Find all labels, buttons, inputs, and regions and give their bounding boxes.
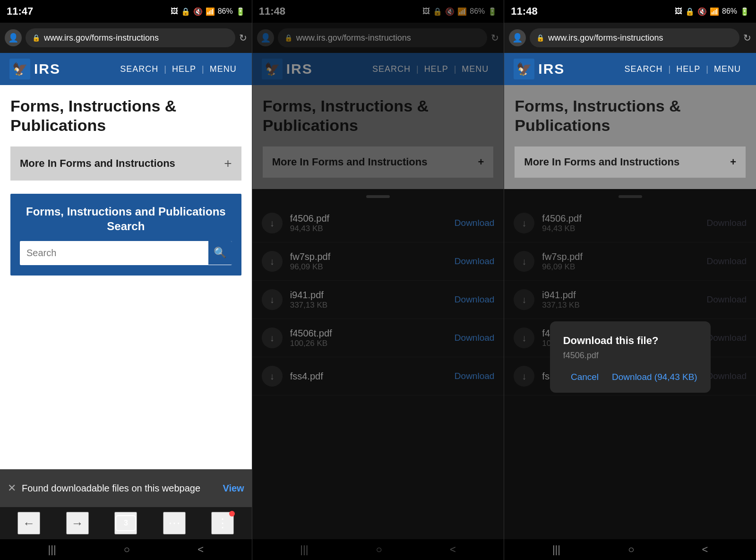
url-bar-2: 👤 🔒 www.irs.gov/forms-instructions ↻	[252, 23, 504, 53]
battery-icon-2: 🔋	[488, 7, 497, 16]
page-content-1: Forms, Instructions & Publications More …	[0, 85, 252, 469]
url-bar-1: 👤 🔒 www.irs.gov/forms-instructions ↻	[0, 23, 252, 53]
status-bar-2: 11:48 🖼 🔒 🔇 📶 86% 🔋	[252, 0, 504, 23]
reload-icon-2[interactable]: ↻	[491, 32, 499, 43]
download-btn-fw7sp[interactable]: Download	[455, 256, 495, 267]
search-button-1[interactable]: 🔍	[208, 241, 232, 265]
nav-menu-3[interactable]: MENU	[708, 64, 747, 74]
nav-search-3[interactable]: SEARCH	[619, 64, 669, 74]
panel-more-label-2: More In Forms and Instructions	[272, 156, 428, 168]
photo-icon: 🖼	[171, 7, 178, 16]
browser-nav-1: ← → 3 ⋯ ⋮	[0, 507, 252, 539]
overflow-menu-btn-1[interactable]: ⋯	[163, 512, 186, 534]
download-info-i941: i941.pdf 337,13 KB	[290, 290, 447, 310]
download-item-fw7sp: ↓ fw7sp.pdf 96,09 KB Download	[252, 242, 504, 281]
dialog-overlay-3: Download this file? f4506.pdf Cancel Dow…	[504, 189, 756, 539]
share-button-1[interactable]: ⋮	[211, 512, 234, 534]
handle-pill-2	[366, 195, 390, 198]
tab-switcher-1[interactable]: 3	[114, 512, 137, 534]
search-box-title-1: Forms, Instructions and Publications Sea…	[20, 204, 232, 233]
irs-header-3: 🦅 IRS SEARCH | HELP | MENU	[504, 53, 756, 85]
download-info-fw7sp: fw7sp.pdf 96,09 KB	[290, 251, 447, 272]
dialog-cancel-btn-3[interactable]: Cancel	[571, 372, 599, 382]
download-filename-fw7sp: fw7sp.pdf	[290, 251, 447, 262]
url-lock-icon-1: 🔒	[32, 34, 40, 42]
forward-button-1[interactable]: →	[66, 512, 89, 534]
more-in-forms-btn-1[interactable]: More In Forms and Instructions +	[10, 146, 241, 181]
gesture-bar-2: ||| ○ <	[252, 539, 504, 560]
download-btn-f4506t[interactable]: Download	[455, 333, 495, 343]
irs-logo-1[interactable]: 🦅 IRS	[9, 59, 60, 79]
download-info-f4506t: f4506t.pdf 100,26 KB	[290, 328, 447, 348]
gesture-bar-1: ||| ○ <	[0, 539, 252, 560]
nav-search-2[interactable]: SEARCH	[367, 64, 416, 74]
download-arrow-icon-f4506t: ↓	[262, 327, 283, 348]
download-size-f4506: 94,43 KB	[290, 224, 447, 233]
tabs-count-1: 3	[115, 515, 136, 531]
panel-more-btn-3[interactable]: More In Forms and Instructions +	[515, 146, 746, 178]
download-btn-fss4[interactable]: Download	[455, 371, 495, 381]
battery-icon: 🔋	[236, 7, 245, 16]
download-filename-f4506: f4506.pdf	[290, 213, 447, 224]
irs-logo-text-3: IRS	[538, 61, 565, 77]
notif-view-btn-1[interactable]: View	[223, 483, 244, 494]
plus-icon-1: +	[224, 156, 232, 171]
mute-icon-2: 🔇	[445, 7, 455, 16]
download-btn-i941[interactable]: Download	[455, 294, 495, 305]
gesture-home-icon-3: ○	[628, 543, 634, 556]
lock-icon-2: 🔒	[433, 7, 442, 16]
notif-close-icon-1[interactable]: ✕	[8, 482, 16, 494]
search-input-1[interactable]	[20, 241, 208, 265]
url-input-3[interactable]: 🔒 www.irs.gov/forms-instructions	[530, 28, 739, 47]
panel-2: 11:48 🖼 🔒 🔇 📶 86% 🔋 👤 🔒 www.irs.gov/form…	[252, 0, 505, 560]
photo-icon-3: 🖼	[675, 7, 682, 16]
share-dot-1	[229, 511, 235, 517]
url-input-1[interactable]: 🔒 www.irs.gov/forms-instructions	[26, 28, 235, 47]
nav-help-1[interactable]: HELP	[166, 64, 202, 74]
download-arrow-icon-fss4: ↓	[262, 366, 283, 387]
eagle-icon-3: 🦅	[514, 59, 534, 79]
nav-menu-2[interactable]: MENU	[456, 64, 494, 74]
eagle-icon-1: 🦅	[9, 59, 30, 79]
status-time-2: 11:48	[259, 5, 285, 17]
download-filename-f4506t: f4506t.pdf	[290, 328, 447, 339]
nav-help-3[interactable]: HELP	[670, 64, 706, 74]
search-input-row-1: 🔍	[20, 241, 232, 265]
notif-text-1: Found downloadable files on this webpage	[22, 482, 217, 494]
download-item-i941: ↓ i941.pdf 337,13 KB Download	[252, 281, 504, 319]
status-bar-3: 11:48 🖼 🔒 🔇 📶 86% 🔋	[504, 0, 756, 23]
url-input-2[interactable]: 🔒 www.irs.gov/forms-instructions	[278, 28, 488, 47]
panel-more-btn-2[interactable]: More In Forms and Instructions +	[263, 146, 494, 178]
download-sheet-2: ↓ f4506.pdf 94,43 KB Download ↓ fw7sp.pd…	[252, 189, 504, 539]
page-title-1: Forms, Instructions & Publications	[10, 96, 241, 135]
url-text-3: www.irs.gov/forms-instructions	[548, 33, 733, 43]
wifi-icon-2: 📶	[457, 7, 467, 16]
download-arrow-icon-f4506: ↓	[262, 213, 283, 233]
gesture-home-icon-2: ○	[376, 543, 382, 556]
nav-help-2[interactable]: HELP	[419, 64, 454, 74]
irs-logo-2[interactable]: 🦅 IRS	[262, 59, 313, 79]
wifi-icon: 📶	[206, 7, 215, 16]
user-avatar-3[interactable]: 👤	[509, 29, 526, 46]
panel-1: 11:47 🖼 🔒 🔇 📶 86% 🔋 👤 🔒 www.irs.gov/form…	[0, 0, 252, 560]
download-item-f4506t: ↓ f4506t.pdf 100,26 KB Download	[252, 319, 504, 357]
user-avatar-1[interactable]: 👤	[5, 29, 22, 46]
dialog-download-btn-3[interactable]: Download (94,43 KB)	[612, 372, 697, 382]
irs-logo-3[interactable]: 🦅 IRS	[514, 59, 565, 79]
back-button-1[interactable]: ←	[17, 512, 40, 534]
download-filename-fss4: fss4.pdf	[290, 371, 447, 382]
reload-icon-1[interactable]: ↻	[239, 32, 247, 43]
gesture-menu-icon-2: |||	[300, 543, 308, 556]
irs-nav-3: SEARCH | HELP | MENU	[619, 64, 747, 74]
dialog-filename-3: f4506.pdf	[563, 351, 697, 361]
status-time-1: 11:47	[7, 5, 33, 17]
nav-search-1[interactable]: SEARCH	[114, 64, 164, 74]
user-avatar-2[interactable]: 👤	[257, 29, 274, 46]
status-bar-1: 11:47 🖼 🔒 🔇 📶 86% 🔋	[0, 0, 252, 23]
panel-plus-icon-2: +	[478, 156, 484, 168]
dialog-box-3: Download this file? f4506.pdf Cancel Dow…	[550, 321, 711, 393]
reload-icon-3[interactable]: ↻	[743, 32, 751, 43]
nav-menu-1[interactable]: MENU	[204, 64, 242, 74]
download-btn-f4506[interactable]: Download	[455, 218, 495, 228]
handle-bar-2	[252, 189, 504, 204]
